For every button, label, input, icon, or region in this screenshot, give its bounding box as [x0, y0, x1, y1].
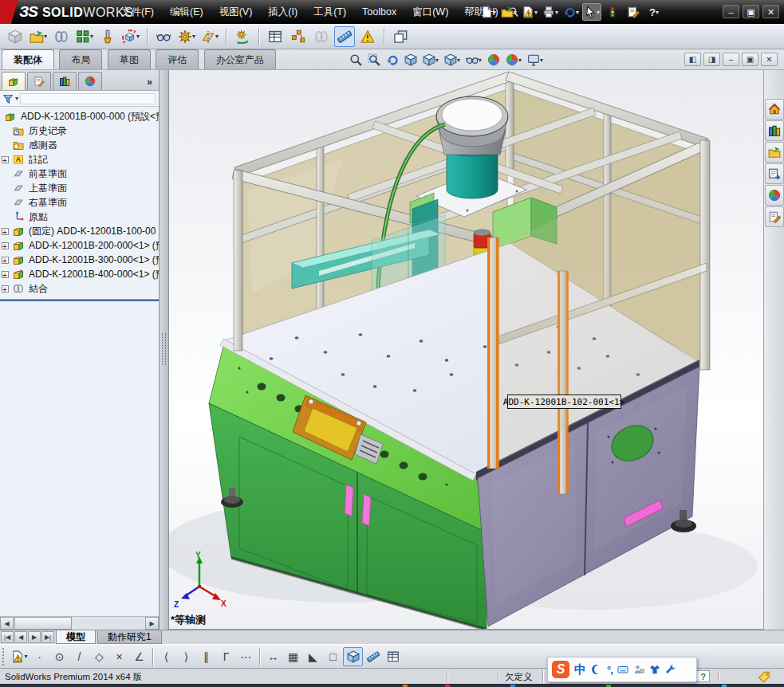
tab-assembly[interactable]: 装配体 [2, 49, 54, 69]
doc-minimize-button[interactable]: – [723, 53, 739, 66]
menu-file[interactable]: 文件(F) [113, 0, 162, 24]
doc-next-window-button[interactable]: ◨ [703, 53, 720, 66]
prev-tab-button[interactable]: ◀ [14, 631, 27, 643]
tab-office-products[interactable]: 办公室产品 [204, 49, 276, 69]
displaymanager-tab[interactable] [78, 72, 102, 90]
menu-insert[interactable]: 插入(I) [260, 0, 305, 24]
panel-splitter[interactable] [160, 70, 169, 630]
tree-item-history[interactable]: 历史记录 [0, 124, 159, 138]
angle-snap-icon[interactable]: ∠ [129, 647, 149, 666]
tree-item-right-plane[interactable]: 右基準面 [0, 195, 159, 210]
minimize-button[interactable]: – [723, 5, 739, 18]
zoom-to-fit-icon[interactable] [349, 53, 362, 66]
points-hv-snap-icon[interactable]: ⋯ [236, 647, 256, 666]
doc-previous-window-button[interactable]: ◧ [684, 53, 701, 66]
filter-icon[interactable] [2, 93, 14, 104]
tag-icon[interactable] [758, 670, 770, 683]
splitter-handle[interactable] [162, 333, 166, 365]
display-style-icon[interactable] [444, 53, 460, 66]
custom-properties-icon[interactable] [765, 206, 784, 227]
rebuild-button[interactable] [603, 3, 622, 21]
view-palette-icon[interactable] [765, 163, 784, 184]
ime-punctuation-toggle[interactable]: °, [607, 664, 613, 676]
show-hidden-components-button[interactable] [153, 26, 174, 47]
expand-icon[interactable] [2, 257, 9, 264]
file-properties-button[interactable] [624, 3, 643, 21]
resources-home-icon[interactable] [765, 99, 784, 120]
tree-item-front-plane[interactable]: 前基準面 [0, 167, 159, 181]
reference-geometry-button[interactable] [199, 26, 220, 47]
menu-view[interactable]: 视图(V) [211, 0, 261, 24]
tab-sketch[interactable]: 草图 [108, 49, 151, 69]
hide-show-items-icon[interactable] [466, 53, 482, 66]
ime-language-toggle[interactable]: 中 [574, 662, 586, 677]
grid-snap-icon[interactable]: ▦ [283, 647, 303, 666]
measure-icon[interactable] [363, 647, 383, 666]
angle-display-icon[interactable]: ◣ [303, 647, 323, 666]
scroll-left-button[interactable]: ◀ [0, 617, 14, 630]
perpendicular-snap-icon[interactable]: ⟩ [176, 647, 196, 666]
tab-model[interactable]: 模型 [56, 630, 96, 644]
sketch-warning-icon[interactable] [10, 647, 30, 666]
restore-button[interactable]: ▣ [743, 5, 759, 18]
tree-item-origin[interactable]: 原點 [0, 210, 159, 224]
apply-scene-icon[interactable] [506, 53, 522, 66]
zoom-to-area-icon[interactable] [368, 53, 380, 66]
tree-item-component-400[interactable]: ADD-K-12001B-400-000<1> (預 [0, 267, 159, 281]
ime-keyboard-icon[interactable] [617, 664, 628, 675]
featuremanager-tab[interactable] [2, 72, 26, 90]
intersection-snap-icon[interactable]: × [109, 647, 129, 666]
close-button[interactable]: ✕ [762, 5, 779, 18]
scroll-right-button[interactable]: ▶ [145, 617, 159, 630]
menu-window[interactable]: 窗口(W) [404, 0, 456, 24]
tree-freeze-bar[interactable] [0, 298, 159, 301]
explode-line-sketch-button[interactable] [311, 26, 332, 47]
configurationmanager-tab[interactable] [53, 72, 77, 90]
view-settings-icon[interactable] [527, 53, 543, 66]
move-component-button[interactable] [120, 26, 141, 47]
tree-item-component-300[interactable]: ADD-K-12001B-300-000<1> (預 [0, 253, 159, 267]
parallel-snap-icon[interactable]: ∥ [196, 647, 216, 666]
previous-view-icon[interactable] [386, 53, 399, 66]
line-snap-icon[interactable]: / [69, 647, 89, 666]
menu-tools[interactable]: 工具(T) [305, 0, 354, 24]
tangent-snap-icon[interactable]: ⟨ [156, 647, 176, 666]
tree-item-mates[interactable]: 結合 [0, 281, 159, 296]
section-view-icon[interactable] [404, 53, 417, 66]
view-orientation-icon[interactable] [423, 53, 439, 66]
linear-component-pattern-button[interactable] [74, 26, 95, 47]
panel-tabs-overflow-button[interactable]: » [147, 77, 157, 90]
edit-appearance-icon[interactable] [487, 53, 500, 66]
expand-icon[interactable] [2, 242, 9, 249]
doc-close-button[interactable]: ✕ [761, 53, 778, 66]
status-help-button[interactable]: ? [696, 670, 710, 682]
scrollbar-thumb[interactable] [14, 617, 72, 630]
tab-layout[interactable]: 布局 [59, 49, 102, 69]
tree-item-component-200[interactable]: ADD-K-12001B-200-000<1> (預 [0, 238, 159, 253]
tree-item-sensors[interactable]: 感测器 [0, 138, 159, 152]
expand-icon[interactable] [2, 285, 9, 292]
hv-snap-icon[interactable]: Γ [216, 647, 236, 666]
help-button[interactable]: ? [644, 3, 664, 21]
new-motion-study-button[interactable] [232, 26, 253, 47]
doc-restore-button[interactable]: ▣ [742, 53, 758, 66]
tree-item-annotations[interactable]: 註記 [0, 152, 159, 167]
shaded-with-edges-icon[interactable] [343, 647, 363, 666]
ime-settings-wrench-icon[interactable] [665, 664, 676, 675]
large-assembly-mode-button[interactable] [357, 26, 378, 47]
tab-motion-study[interactable]: 動作研究1 [97, 630, 162, 644]
file-explorer-icon[interactable] [765, 142, 784, 163]
length-snap-icon[interactable]: ↔ [263, 647, 283, 666]
expand-icon[interactable] [2, 228, 9, 235]
evaluate-table-icon[interactable] [383, 647, 403, 666]
ime-fullhalf-moon-icon[interactable] [591, 664, 602, 675]
last-tab-button[interactable]: ▶| [41, 631, 54, 643]
tree-item-component-100[interactable]: (固定) ADD-K-12001B-100-00 [0, 224, 159, 238]
new-document-button[interactable] [479, 3, 498, 21]
edit-component-button[interactable] [5, 26, 26, 47]
undo-button[interactable] [561, 3, 581, 21]
tree-item-top-plane[interactable]: 上基準面 [0, 181, 159, 195]
smart-fasteners-button[interactable] [97, 26, 118, 47]
assembly-features-button[interactable] [176, 26, 197, 47]
graphics-viewport[interactable]: ADD-K-12001B-102-001<1> Y X Z *等轴测 [169, 70, 763, 630]
